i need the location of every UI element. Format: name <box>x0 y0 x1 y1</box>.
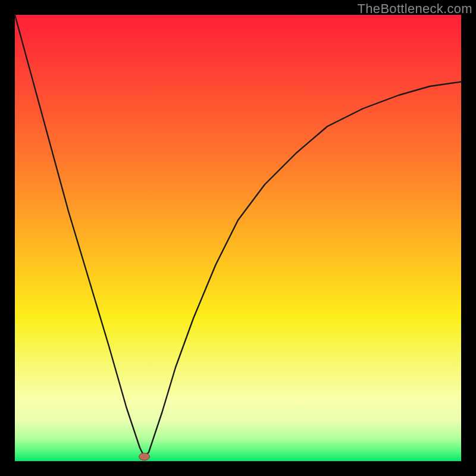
chart-stage: TheBottleneck.com <box>0 0 476 476</box>
plot-area <box>15 15 461 461</box>
watermark-text: TheBottleneck.com <box>358 1 472 17</box>
bottleneck-curve <box>15 15 461 461</box>
minimum-marker <box>139 453 150 461</box>
